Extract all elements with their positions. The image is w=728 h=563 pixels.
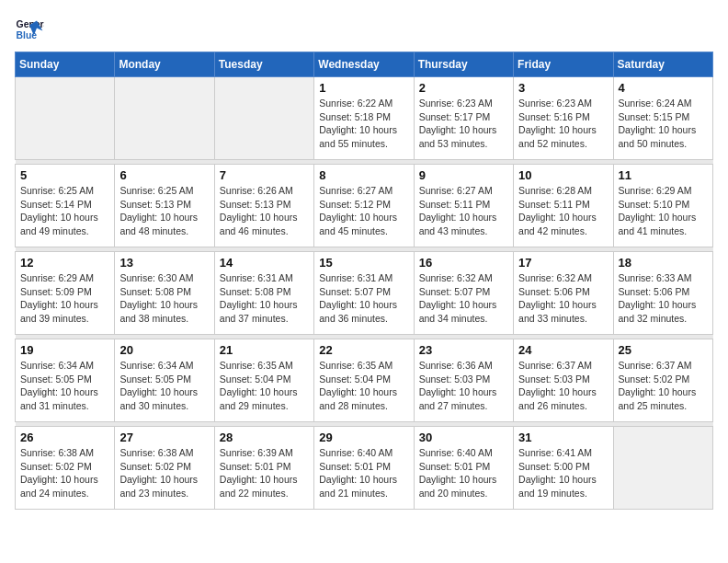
calendar-cell: 17Sunrise: 6:32 AMSunset: 5:06 PMDayligh… (514, 252, 613, 335)
calendar-table: SundayMondayTuesdayWednesdayThursdayFrid… (15, 52, 713, 510)
day-number: 7 (220, 168, 309, 182)
day-number: 18 (619, 256, 708, 270)
day-info: Sunrise: 6:22 AMSunset: 5:18 PMDaylight:… (319, 97, 408, 151)
week-row-5: 26Sunrise: 6:38 AMSunset: 5:02 PMDayligh… (16, 427, 713, 510)
weekday-header-friday: Friday (514, 52, 613, 77)
calendar-cell (214, 77, 313, 160)
calendar-cell: 28Sunrise: 6:39 AMSunset: 5:01 PMDayligh… (214, 427, 313, 510)
calendar-cell: 3Sunrise: 6:23 AMSunset: 5:16 PMDaylight… (514, 77, 613, 160)
calendar-cell (613, 427, 712, 510)
calendar-cell: 21Sunrise: 6:35 AMSunset: 5:04 PMDayligh… (214, 339, 313, 422)
day-info: Sunrise: 6:36 AMSunset: 5:03 PMDaylight:… (419, 359, 508, 413)
calendar-cell: 9Sunrise: 6:27 AMSunset: 5:11 PMDaylight… (414, 165, 513, 247)
calendar-cell: 18Sunrise: 6:33 AMSunset: 5:06 PMDayligh… (613, 252, 712, 335)
weekday-header-thursday: Thursday (414, 52, 513, 77)
day-info: Sunrise: 6:37 AMSunset: 5:03 PMDaylight:… (518, 359, 608, 413)
day-number: 2 (419, 81, 508, 95)
calendar-cell: 20Sunrise: 6:34 AMSunset: 5:05 PMDayligh… (115, 339, 214, 422)
day-info: Sunrise: 6:29 AMSunset: 5:09 PMDaylight:… (20, 271, 109, 326)
day-info: Sunrise: 6:35 AMSunset: 5:04 PMDaylight:… (319, 359, 408, 413)
day-number: 22 (319, 343, 408, 357)
day-info: Sunrise: 6:33 AMSunset: 5:06 PMDaylight:… (619, 271, 708, 326)
day-info: Sunrise: 6:23 AMSunset: 5:16 PMDaylight:… (518, 97, 608, 151)
day-number: 9 (419, 168, 508, 182)
calendar-cell: 5Sunrise: 6:25 AMSunset: 5:14 PMDaylight… (16, 165, 115, 247)
day-number: 26 (20, 431, 109, 444)
day-info: Sunrise: 6:30 AMSunset: 5:08 PMDaylight:… (119, 271, 209, 326)
calendar-cell: 11Sunrise: 6:29 AMSunset: 5:10 PMDayligh… (613, 165, 712, 247)
day-number: 20 (119, 343, 209, 357)
logo: General Blue (15, 15, 48, 44)
calendar-cell: 23Sunrise: 6:36 AMSunset: 5:03 PMDayligh… (414, 339, 513, 422)
week-row-2: 5Sunrise: 6:25 AMSunset: 5:14 PMDaylight… (16, 165, 713, 247)
week-row-4: 19Sunrise: 6:34 AMSunset: 5:05 PMDayligh… (16, 339, 713, 422)
day-number: 14 (220, 256, 309, 270)
day-number: 24 (518, 343, 608, 357)
day-info: Sunrise: 6:35 AMSunset: 5:04 PMDaylight:… (220, 359, 309, 413)
calendar-cell: 6Sunrise: 6:25 AMSunset: 5:13 PMDaylight… (115, 165, 214, 247)
day-number: 28 (220, 431, 309, 444)
day-number: 3 (518, 81, 608, 95)
calendar-header-row: SundayMondayTuesdayWednesdayThursdayFrid… (16, 52, 713, 77)
calendar-cell: 1Sunrise: 6:22 AMSunset: 5:18 PMDaylight… (314, 77, 414, 160)
day-info: Sunrise: 6:32 AMSunset: 5:07 PMDaylight:… (419, 271, 508, 326)
day-number: 12 (20, 256, 109, 270)
day-info: Sunrise: 6:38 AMSunset: 5:02 PMDaylight:… (20, 446, 109, 500)
day-number: 10 (518, 168, 608, 182)
day-number: 15 (319, 256, 408, 270)
day-number: 25 (619, 343, 708, 357)
day-info: Sunrise: 6:37 AMSunset: 5:02 PMDaylight:… (619, 359, 708, 413)
calendar-cell: 2Sunrise: 6:23 AMSunset: 5:17 PMDaylight… (414, 77, 513, 160)
day-number: 17 (518, 256, 608, 270)
day-info: Sunrise: 6:32 AMSunset: 5:06 PMDaylight:… (518, 271, 608, 326)
day-info: Sunrise: 6:28 AMSunset: 5:11 PMDaylight:… (518, 184, 608, 238)
day-number: 21 (220, 343, 309, 357)
day-info: Sunrise: 6:34 AMSunset: 5:05 PMDaylight:… (119, 359, 209, 413)
weekday-header-saturday: Saturday (613, 52, 712, 77)
week-row-1: 1Sunrise: 6:22 AMSunset: 5:18 PMDaylight… (16, 77, 713, 160)
weekday-header-wednesday: Wednesday (314, 52, 414, 77)
day-number: 13 (119, 256, 209, 270)
calendar-cell: 7Sunrise: 6:26 AMSunset: 5:13 PMDaylight… (214, 165, 313, 247)
day-number: 16 (419, 256, 508, 270)
day-info: Sunrise: 6:38 AMSunset: 5:02 PMDaylight:… (119, 446, 209, 500)
logo-icon: General Blue (15, 15, 44, 44)
page-header: General Blue (15, 15, 713, 44)
calendar-cell: 26Sunrise: 6:38 AMSunset: 5:02 PMDayligh… (16, 427, 115, 510)
weekday-header-sunday: Sunday (16, 52, 115, 77)
day-number: 29 (319, 431, 408, 444)
day-number: 11 (619, 168, 708, 182)
week-row-3: 12Sunrise: 6:29 AMSunset: 5:09 PMDayligh… (16, 252, 713, 335)
day-info: Sunrise: 6:31 AMSunset: 5:08 PMDaylight:… (220, 271, 309, 326)
calendar-cell: 4Sunrise: 6:24 AMSunset: 5:15 PMDaylight… (613, 77, 712, 160)
day-info: Sunrise: 6:25 AMSunset: 5:14 PMDaylight:… (20, 184, 109, 238)
day-info: Sunrise: 6:27 AMSunset: 5:11 PMDaylight:… (419, 184, 508, 238)
day-info: Sunrise: 6:23 AMSunset: 5:17 PMDaylight:… (419, 97, 508, 151)
weekday-header-monday: Monday (115, 52, 214, 77)
day-info: Sunrise: 6:40 AMSunset: 5:01 PMDaylight:… (319, 446, 408, 500)
calendar-cell: 13Sunrise: 6:30 AMSunset: 5:08 PMDayligh… (115, 252, 214, 335)
day-number: 8 (319, 168, 408, 182)
day-info: Sunrise: 6:27 AMSunset: 5:12 PMDaylight:… (319, 184, 408, 238)
day-info: Sunrise: 6:24 AMSunset: 5:15 PMDaylight:… (619, 97, 708, 151)
weekday-header-tuesday: Tuesday (214, 52, 313, 77)
calendar-cell: 19Sunrise: 6:34 AMSunset: 5:05 PMDayligh… (16, 339, 115, 422)
calendar-cell: 22Sunrise: 6:35 AMSunset: 5:04 PMDayligh… (314, 339, 414, 422)
calendar-cell: 14Sunrise: 6:31 AMSunset: 5:08 PMDayligh… (214, 252, 313, 335)
day-number: 27 (119, 431, 209, 444)
day-info: Sunrise: 6:40 AMSunset: 5:01 PMDaylight:… (419, 446, 508, 500)
day-number: 4 (619, 81, 708, 95)
calendar-cell: 31Sunrise: 6:41 AMSunset: 5:00 PMDayligh… (514, 427, 613, 510)
calendar-cell: 30Sunrise: 6:40 AMSunset: 5:01 PMDayligh… (414, 427, 513, 510)
calendar-cell: 27Sunrise: 6:38 AMSunset: 5:02 PMDayligh… (115, 427, 214, 510)
calendar-cell: 25Sunrise: 6:37 AMSunset: 5:02 PMDayligh… (613, 339, 712, 422)
day-number: 5 (20, 168, 109, 182)
calendar-cell: 16Sunrise: 6:32 AMSunset: 5:07 PMDayligh… (414, 252, 513, 335)
calendar-cell (16, 77, 115, 160)
calendar-cell: 15Sunrise: 6:31 AMSunset: 5:07 PMDayligh… (314, 252, 414, 335)
day-number: 23 (419, 343, 508, 357)
day-number: 19 (20, 343, 109, 357)
day-number: 6 (119, 168, 209, 182)
day-number: 31 (518, 431, 608, 444)
calendar-cell: 10Sunrise: 6:28 AMSunset: 5:11 PMDayligh… (514, 165, 613, 247)
